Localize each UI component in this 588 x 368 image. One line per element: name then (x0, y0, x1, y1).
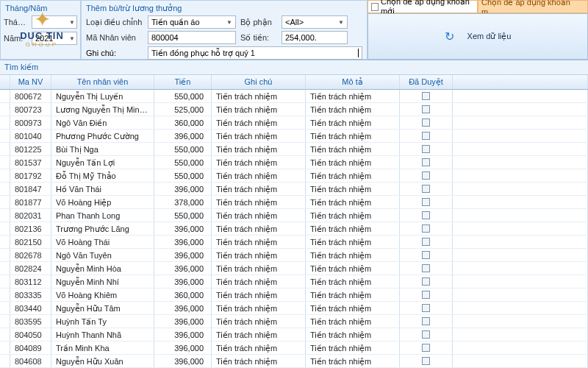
row-selector[interactable] (0, 116, 10, 129)
row-selector[interactable] (0, 196, 10, 208)
cell-duyet[interactable] (400, 289, 453, 301)
row-selector[interactable] (0, 355, 10, 367)
cell-tien: 550,000 (154, 90, 212, 102)
cell-duyet[interactable] (400, 103, 453, 116)
checkbox-icon (422, 251, 430, 259)
year-select[interactable]: 2021 ▼ (32, 32, 77, 45)
month-select[interactable]: ▼ (32, 15, 77, 29)
table-row[interactable]: 801877Võ Hoàng Hiệp378,000Tiền trách nhi… (0, 196, 588, 209)
table-row[interactable]: 802136Trương Phước Lãng396,000Tiền trách… (0, 222, 588, 236)
row-selector[interactable] (0, 169, 10, 182)
table-row[interactable]: 804608Nguyễn Hữu Xuân396,000Tiền trách n… (0, 355, 588, 368)
table-row[interactable]: 801537Nguyễn Tấn Lợi550,000Tiền trách nh… (0, 156, 588, 169)
table-row[interactable]: 804089Trần Minh Kha396,000Tiền trách nhi… (0, 342, 588, 355)
table-row[interactable]: 802824Nguyễn Minh Hòa396,000Tiền trách n… (0, 262, 588, 275)
checkbox-icon (422, 330, 430, 339)
apply-option-2[interactable]: Chọn để áp dụng khoản m… (478, 0, 588, 13)
row-selector[interactable] (0, 302, 10, 314)
note-input[interactable]: Tiền đồng phục hỗ trợ quý 1 (148, 46, 362, 60)
grid-body[interactable]: 800672Nguyễn Thị Luyến550,000Tiền trách … (0, 90, 588, 368)
cell-duyet[interactable] (400, 262, 453, 275)
cell-mota: Tiền trách nhiệm (306, 222, 400, 235)
cell-duyet[interactable] (400, 156, 453, 169)
dept-select[interactable]: <All> ▼ (282, 15, 348, 29)
checkbox-icon (422, 211, 430, 219)
row-selector[interactable] (0, 289, 10, 301)
table-row[interactable]: 801847Hồ Văn Thái396,000Tiền trách nhiệm… (0, 183, 588, 196)
cell-duyet[interactable] (400, 302, 453, 314)
row-selector[interactable] (0, 103, 10, 116)
table-row[interactable]: 803440Nguyễn Hữu Tâm396,000Tiền trách nh… (0, 302, 588, 315)
row-selector[interactable] (0, 143, 10, 155)
cell-duyet[interactable] (400, 249, 453, 261)
cell-duyet[interactable] (400, 342, 453, 354)
cell-ma: 801537 (10, 156, 51, 169)
cell-spacer (453, 209, 588, 222)
cell-duyet[interactable] (400, 355, 453, 367)
cell-tien: 525,000 (154, 103, 212, 116)
cell-duyet[interactable] (400, 169, 453, 182)
cell-duyet[interactable] (400, 222, 453, 235)
cell-duyet[interactable] (400, 90, 453, 102)
row-selector[interactable] (0, 275, 10, 288)
table-row[interactable]: 803335Võ Hoàng Khiêm360,000Tiền trách nh… (0, 289, 588, 302)
emp-input[interactable]: 800004 (148, 31, 236, 44)
table-row[interactable]: 801225Bùi Thị Nga550,000Tiền trách nhiệm… (0, 143, 588, 156)
cell-ten: Huỳnh Tấn Ty (51, 315, 154, 328)
table-row[interactable]: 800672Nguyễn Thị Luyến550,000Tiền trách … (0, 90, 588, 103)
cell-duyet[interactable] (400, 116, 453, 129)
table-row[interactable]: 800723Lương Nguyễn Thị Minh...525,000Tiề… (0, 103, 588, 116)
row-selector[interactable] (0, 156, 10, 169)
col-mota[interactable]: Mô tả (306, 75, 400, 89)
cell-ten: Trần Minh Kha (51, 342, 154, 354)
cell-duyet[interactable] (400, 275, 453, 288)
table-row[interactable]: 802150Võ Hoàng Thái396,000Tiền trách nhi… (0, 236, 588, 249)
col-ma[interactable]: Ma NV (10, 75, 51, 89)
cell-duyet[interactable] (400, 130, 453, 142)
table-row[interactable]: 801792Đỗ Thị Mỹ Thảo550,000Tiền trách nh… (0, 169, 588, 183)
table-row[interactable]: 802031Phan Thanh Long550,000Tiền trách n… (0, 209, 588, 222)
table-row[interactable]: 802678Ngô Văn Tuyên396,000Tiền trách nhi… (0, 249, 588, 262)
cell-mota: Tiền trách nhiệm (306, 209, 400, 222)
col-ten[interactable]: Tên nhân viên (51, 75, 154, 89)
cell-spacer (453, 262, 588, 275)
cell-duyet[interactable] (400, 236, 453, 248)
row-selector[interactable] (0, 328, 10, 341)
checkbox-icon (422, 158, 430, 166)
table-row[interactable]: 804050Huỳnh Thanh Nhã396,000Tiền trách n… (0, 328, 588, 342)
cell-duyet[interactable] (400, 183, 453, 195)
type-select[interactable]: Tiền quần áo ▼ (148, 15, 236, 29)
row-selector[interactable] (0, 315, 10, 328)
row-selector[interactable] (0, 183, 10, 195)
table-row[interactable]: 803112Nguyễn Minh Nhí396,000Tiền trách n… (0, 275, 588, 289)
year-label: Năm: (4, 34, 30, 43)
amount-input[interactable]: 254,000. (282, 31, 348, 44)
type-label: Loại điều chỉnh (86, 18, 143, 27)
col-ghi[interactable]: Ghi chú (212, 75, 306, 89)
cell-duyet[interactable] (400, 315, 453, 328)
view-data-button[interactable]: ↻ Xem dữ liệu (368, 13, 588, 60)
row-selector[interactable] (0, 222, 10, 235)
cell-duyet[interactable] (400, 143, 453, 155)
table-row[interactable]: 801040Phương Phước Cường396,000Tiền trác… (0, 130, 588, 143)
row-selector[interactable] (0, 249, 10, 261)
cell-mota: Tiền trách nhiệm (306, 143, 400, 155)
cell-duyet[interactable] (400, 209, 453, 222)
cell-ghi: Tiền trách nhiệm (212, 196, 306, 208)
emp-label: Mã Nhân viên (86, 33, 143, 42)
table-row[interactable]: 803595Huỳnh Tấn Ty396,000Tiền trách nhiệ… (0, 315, 588, 328)
row-selector[interactable] (0, 342, 10, 354)
row-selector[interactable] (0, 262, 10, 275)
col-tien[interactable]: Tiền (154, 75, 212, 89)
cell-duyet[interactable] (400, 196, 453, 208)
cell-duyet[interactable] (400, 328, 453, 341)
cell-tien: 396,000 (154, 222, 212, 235)
cell-ghi: Tiền trách nhiệm (212, 143, 306, 155)
col-duyet[interactable]: Đã Duyệt (400, 75, 453, 89)
row-selector[interactable] (0, 90, 10, 102)
table-row[interactable]: 800973Ngô Văn Điền360,000Tiền trách nhiệ… (0, 116, 588, 130)
row-selector[interactable] (0, 236, 10, 248)
row-selector[interactable] (0, 130, 10, 142)
apply-new-option[interactable]: Chọn để áp dụng khoản mới (368, 0, 478, 13)
row-selector[interactable] (0, 209, 10, 222)
